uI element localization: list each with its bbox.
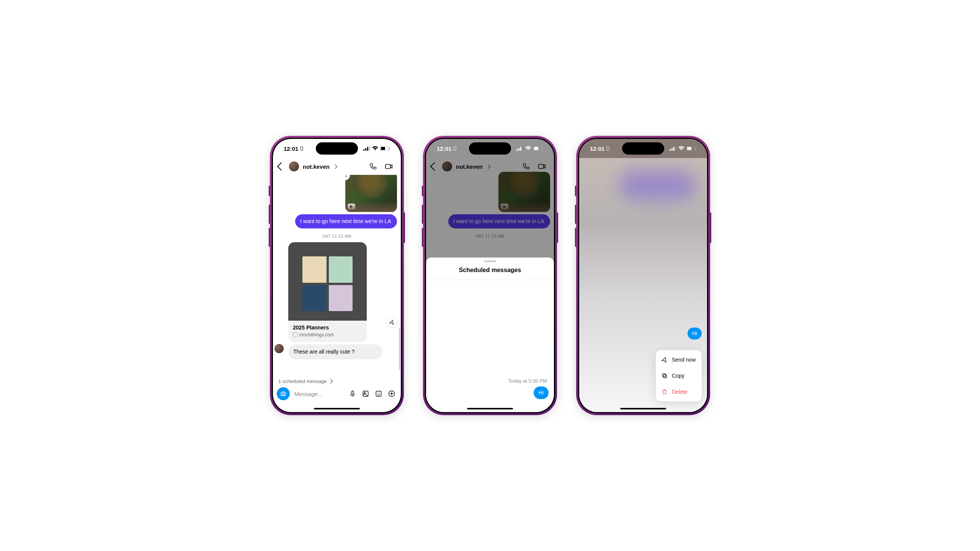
home-indicator[interactable] (314, 408, 360, 409)
reel-icon (348, 204, 355, 210)
cellular-signal-icon (516, 146, 523, 151)
svg-rect-7 (389, 148, 390, 149)
camera-icon (280, 390, 287, 397)
sticker-button[interactable] (373, 390, 384, 397)
svg-rect-19 (518, 148, 519, 151)
svg-rect-6 (381, 147, 385, 150)
globe-icon (293, 332, 298, 337)
sent-message-bubble[interactable]: I want to go here next time we're in LA (295, 214, 397, 228)
gallery-button[interactable] (360, 390, 371, 397)
voice-clip-button[interactable] (347, 390, 358, 398)
sheet-title: Scheduled messages (426, 267, 554, 274)
home-indicator[interactable] (620, 408, 666, 409)
camera-button[interactable] (277, 387, 290, 400)
svg-rect-17 (454, 147, 456, 150)
send-icon (661, 356, 668, 363)
chevron-right-icon (486, 164, 491, 169)
send-now-action[interactable]: Send now (656, 352, 702, 368)
timestamp-label: SAT 11:23 AM (277, 234, 397, 238)
svg-rect-33 (696, 148, 696, 149)
context-menu: Send now Copy Delete (656, 350, 702, 401)
video-call-button[interactable] (382, 160, 395, 173)
scheduled-banner-label: 1 scheduled message (278, 378, 327, 384)
location-indicator-icon (299, 146, 304, 151)
sheet-drag-handle[interactable] (484, 261, 496, 262)
sender-avatar-small[interactable] (274, 344, 284, 353)
trash-icon (661, 388, 668, 395)
wifi-icon (372, 146, 378, 151)
dynamic-island (316, 142, 358, 155)
scheduled-messages-sheet[interactable]: Scheduled messages Today at 5:00 PM Hi (426, 258, 554, 412)
share-button[interactable] (386, 316, 398, 328)
svg-rect-27 (670, 149, 671, 151)
audio-call-button[interactable] (366, 160, 379, 173)
chat-header: not.keven (273, 158, 401, 175)
video-call-button (536, 160, 549, 173)
dynamic-island (469, 142, 511, 155)
svg-point-9 (282, 393, 284, 395)
microphone-icon (349, 390, 356, 398)
username-label: not.keven (456, 163, 483, 170)
svg-point-12 (364, 392, 365, 393)
battery-icon (533, 146, 543, 151)
battery-icon (686, 146, 696, 151)
timestamp-label: SAT 11:23 AM (430, 234, 550, 238)
svg-rect-23 (534, 147, 538, 150)
chevron-right-icon (328, 379, 333, 384)
wifi-icon (678, 146, 684, 151)
image-icon (362, 390, 369, 397)
copy-label: Copy (672, 373, 684, 379)
more-button[interactable] (386, 390, 397, 398)
svg-point-15 (379, 393, 380, 394)
svg-rect-0 (301, 147, 303, 150)
wifi-icon (525, 146, 531, 151)
phone-mockup-1: 12:01 not.keven (270, 136, 404, 415)
username-label[interactable]: not.keven (303, 163, 330, 170)
phone-mockup-3: 12:01 Hi Send now Copy (576, 136, 710, 415)
location-indicator-icon (452, 146, 457, 151)
link-preview-title: 2025 Planners (293, 324, 362, 331)
phone-mockup-2: 12:01 not.keven (423, 136, 557, 415)
svg-rect-32 (687, 147, 691, 150)
clock-label: 12:01 (437, 145, 451, 152)
svg-rect-24 (542, 148, 543, 149)
user-avatar[interactable] (289, 161, 299, 171)
svg-rect-13 (376, 391, 381, 396)
user-avatar (442, 161, 452, 171)
scheduled-messages-banner[interactable]: 1 scheduled message (273, 376, 401, 384)
message-thread[interactable]: I want to go here next time we're in LA … (273, 175, 401, 376)
scheduled-message-bubble[interactable]: Hi (534, 386, 549, 399)
svg-rect-21 (522, 146, 523, 151)
message-input[interactable]: Message... (292, 391, 345, 397)
scheduled-message-bubble[interactable]: Hi (688, 328, 702, 339)
svg-rect-26 (607, 147, 609, 150)
link-preview-domain: mochithings.com (299, 332, 334, 337)
delete-label: Delete (672, 389, 687, 395)
svg-rect-10 (352, 391, 354, 395)
clock-label: 12:01 (590, 145, 604, 152)
scrollbar[interactable] (399, 328, 400, 370)
home-indicator[interactable] (467, 408, 513, 409)
back-button (430, 162, 439, 171)
shared-media-thumbnail[interactable] (345, 175, 397, 212)
svg-rect-1 (363, 149, 364, 151)
chevron-right-icon (333, 164, 338, 169)
shared-media-thumbnail (498, 172, 550, 212)
svg-rect-4 (369, 146, 370, 151)
location-indicator-icon (606, 146, 610, 151)
svg-rect-8 (385, 165, 390, 169)
svg-rect-3 (367, 147, 368, 151)
copy-action[interactable]: Copy (656, 368, 702, 384)
delete-action[interactable]: Delete (656, 384, 702, 400)
back-button[interactable] (277, 162, 286, 171)
svg-point-14 (377, 393, 378, 394)
svg-rect-2 (365, 148, 366, 151)
schedule-time-label: Today at 5:00 PM (508, 378, 547, 384)
clock-label: 12:01 (284, 145, 298, 152)
received-message-bubble[interactable]: These are all really cute ? (288, 344, 382, 359)
link-preview-card[interactable]: 2025 Planners mochithings.com (288, 242, 367, 342)
battery-icon (380, 146, 390, 151)
svg-rect-34 (663, 375, 666, 378)
svg-rect-25 (539, 165, 544, 169)
svg-rect-29 (673, 147, 675, 151)
